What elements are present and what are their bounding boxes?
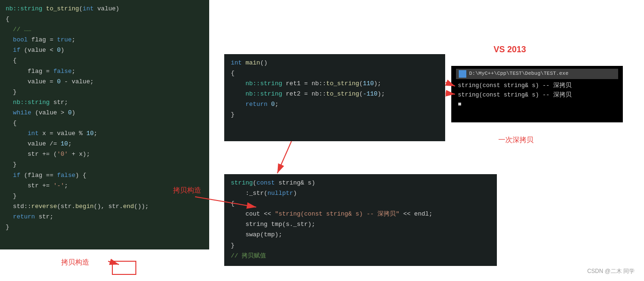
code-line: bool flag = true; xyxy=(6,35,204,45)
vs2013-label: VS 2013 xyxy=(494,45,526,55)
code-line: return str; xyxy=(6,212,204,222)
mid-bottom-code-panel: string(const string& s) :_str(nullptr){ … xyxy=(224,174,497,266)
code-line: flag = false; xyxy=(6,66,204,77)
code-line: nb::string to_string(int value) xyxy=(6,4,204,14)
code-line: if (value < 0) xyxy=(6,45,204,56)
code-line: { xyxy=(6,118,204,128)
code-line: { xyxy=(6,56,204,66)
code-line: } xyxy=(6,160,204,170)
code-line: } xyxy=(231,241,490,251)
code-line: { xyxy=(231,199,490,209)
code-line: while (value > 0) xyxy=(6,108,204,118)
kaobei-bottom-label: 拷贝构造 xyxy=(61,258,89,267)
code-line: } xyxy=(6,87,204,97)
red-rect-annotation xyxy=(112,261,136,275)
left-code-panel: nb::string to_string(int value){ // …… b… xyxy=(0,0,209,249)
code-line: str += ('0' + x); xyxy=(6,149,204,160)
code-line: return 0; xyxy=(231,99,439,110)
code-line: string(const string& s) xyxy=(231,178,490,188)
code-line: int x = value % 10; xyxy=(6,128,204,139)
console-line: string(const string& s) -- 深拷贝 xyxy=(458,81,618,90)
code-line: cout << "string(const string& s) -- 深拷贝"… xyxy=(231,209,490,219)
code-line: { xyxy=(6,14,204,24)
console-line: ■ xyxy=(458,100,618,109)
code-line: nb::string str; xyxy=(6,97,204,108)
console-title: D:\MyC++\Cpp\TEST\Debug\TEST.exe xyxy=(469,70,568,78)
console-icon xyxy=(459,70,466,78)
yici-label: 一次深拷贝 xyxy=(498,136,534,145)
code-line: if (flag == false) { xyxy=(6,170,204,181)
code-line: nb::string ret2 = nb::to_string(-110); xyxy=(231,89,439,99)
code-line: string tmp(s._str); xyxy=(231,219,490,230)
console-panel: D:\MyC++\Cpp\TEST\Debug\TEST.exe string(… xyxy=(451,66,623,122)
mid-top-code-panel: int main(){ nb::string ret1 = nb::to_str… xyxy=(224,54,445,141)
svg-line-5 xyxy=(277,141,291,173)
csdn-label: CSDN @二木 同学 xyxy=(587,267,635,275)
code-line: } xyxy=(6,222,204,233)
code-line: nb::string ret1 = nb::to_string(110); xyxy=(231,79,439,89)
code-line: std::reverse(str.begin(), str.end()); xyxy=(6,201,204,212)
code-line: value = 0 - value; xyxy=(6,77,204,87)
kaobei-top-label: 拷贝构造 xyxy=(173,186,201,195)
code-line: // 拷贝赋值 xyxy=(231,251,490,261)
code-line: // …… xyxy=(6,24,204,35)
code-line: swap(tmp); xyxy=(231,230,490,240)
code-line: } xyxy=(231,110,439,120)
console-title-bar: D:\MyC++\Cpp\TEST\Debug\TEST.exe xyxy=(456,69,618,79)
code-line: int main() xyxy=(231,58,439,68)
code-line: { xyxy=(231,68,439,79)
code-line: value /= 10; xyxy=(6,139,204,149)
console-line: string(const string& s) -- 深拷贝 xyxy=(458,90,618,100)
code-line: :_str(nullptr) xyxy=(231,188,490,199)
